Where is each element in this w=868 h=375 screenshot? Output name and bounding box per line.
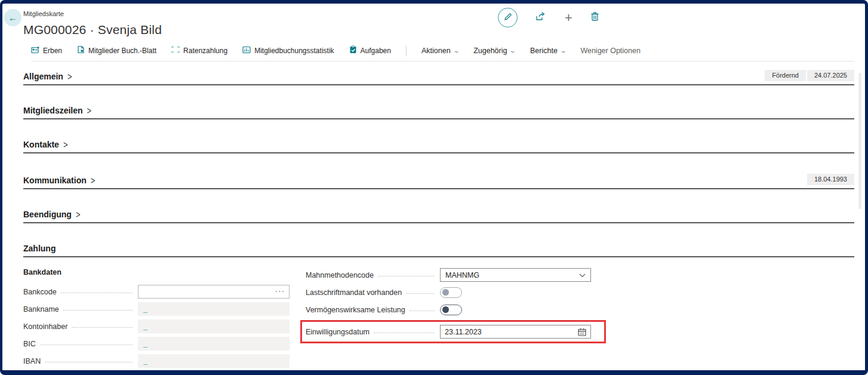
section-summary-badges: Fördernd 24.07.2025 [765, 70, 854, 81]
field-label: Kontoinhaber [23, 322, 67, 331]
delete-button[interactable] [590, 11, 599, 24]
chevron-down-icon: ⌄ [560, 48, 567, 54]
field-label: Bankname [23, 305, 59, 313]
back-button[interactable]: ← [4, 9, 21, 26]
iban-readonly-field: _ [138, 354, 290, 368]
bankcode-input-wrap: ··· [138, 285, 290, 299]
dotted-leader [406, 293, 435, 294]
field-label: Mahnmethodencode [306, 271, 374, 279]
page-caption: Mitgliedskarte [23, 10, 865, 17]
section-summary-badges: 18.04.1993 [807, 174, 854, 185]
toolbar-item-mitglieder-buch-blatt[interactable]: Mitglieder Buch.-Blatt [77, 45, 156, 56]
chevron-right-icon: > [87, 105, 92, 116]
dotted-leader [374, 333, 435, 333]
clipboard-check-icon [349, 45, 357, 56]
section-beendigung[interactable]: Beendigung > [23, 210, 854, 223]
field-row-mahnmethodencode: Mahnmethodencode MAHNMG [306, 268, 591, 282]
section-kommunikation[interactable]: Kommunikation > 18.04.1993 [23, 174, 854, 189]
toolbar-item-mitgliedbuchungsstatistik[interactable]: Mitgliedbuchungsstatistik [242, 46, 334, 56]
field-row-vwl: Vermögenswirksame Leistung [306, 303, 591, 316]
section-mitgliedszeilen[interactable]: Mitgliedszeilen > [23, 106, 854, 119]
toggle-knob [442, 306, 449, 313]
dotted-leader [410, 311, 435, 311]
menu-label: Zugehörig [473, 47, 507, 55]
toolbar-item-label: Aufgaben [361, 47, 391, 55]
dotted-leader [72, 327, 133, 328]
selected-value: MAHNMG [445, 271, 479, 279]
toolbar-divider [406, 46, 407, 56]
dotted-leader [63, 310, 133, 311]
lastschriftmandat-toggle[interactable] [440, 287, 462, 298]
add-button[interactable]: + [565, 11, 572, 24]
mahnmethodencode-select[interactable]: MAHNMG [440, 268, 591, 282]
chart-icon [242, 46, 251, 56]
menu-berichte[interactable]: Berichte ⌄ [530, 47, 565, 55]
chevron-down-icon: ⌄ [510, 48, 516, 54]
trash-icon [590, 11, 599, 24]
toolbar-item-label: Ratenzahlung [183, 47, 227, 55]
date-badge: 24.07.2025 [807, 70, 854, 81]
bankname-readonly-field: _ [138, 302, 290, 316]
menu-zugehoerig[interactable]: Zugehörig ⌄ [473, 47, 515, 55]
menu-label: Berichte [530, 47, 558, 55]
share-button[interactable] [535, 11, 547, 24]
field-label: IBAN [23, 357, 41, 365]
section-label: Zahlung [23, 244, 56, 253]
field-row-bankname: Bankname _ [23, 302, 290, 316]
field-row-iban: IBAN _ [23, 354, 290, 368]
vertical-scrollbar[interactable] [858, 73, 861, 209]
field-row-bankcode: Bankcode ··· [23, 285, 290, 299]
bankcode-input[interactable] [142, 288, 276, 296]
edit-button[interactable] [498, 8, 518, 27]
toggle-slot [440, 305, 591, 315]
field-label: Einwilligungsdatum [306, 328, 370, 336]
section-label: Kontakte [23, 140, 59, 149]
document-icon [77, 45, 85, 56]
page-title: MG000026 · Svenja Bild [23, 23, 865, 37]
field-row-einwilligungsdatum: Einwilligungsdatum [306, 325, 591, 339]
toolbar-item-label: Mitgliedbuchungsstatistik [254, 47, 334, 55]
dotted-leader [40, 345, 133, 345]
section-allgemein[interactable]: Allgemein > Fördernd 24.07.2025 [23, 70, 854, 85]
back-arrow-icon: ← [8, 13, 17, 23]
fewer-options-button[interactable]: Weniger Optionen [580, 47, 641, 55]
bic-readonly-field: _ [138, 337, 290, 351]
lookup-ellipsis-button[interactable]: ··· [275, 288, 285, 295]
member-card-window: ← + [0, 0, 868, 375]
chevron-right-icon: > [76, 209, 81, 220]
date-badge: 18.04.1993 [807, 174, 854, 185]
dotted-leader [45, 362, 133, 362]
einwilligungsdatum-field [440, 325, 591, 339]
field-label: Bankcode [23, 288, 57, 296]
toggle-slot [440, 287, 591, 298]
status-badge: Fördernd [765, 70, 806, 81]
page-action-icons: + [498, 8, 599, 27]
menu-aktionen[interactable]: Aktionen ⌄ [421, 47, 458, 55]
mahn-column: Mahnmethodencode MAHNMG Lastschriftmanda… [306, 268, 591, 343]
card-body: Allgemein > Fördernd 24.07.2025 Mitglied… [2, 70, 865, 371]
toolbar-item-aufgaben[interactable]: Aufgaben [349, 45, 391, 56]
bankdaten-column: Bankdaten Bankcode ··· Bankname _ Kontoi… [23, 268, 290, 371]
toolbar-item-erben[interactable]: Erben [31, 46, 62, 56]
chevron-down-icon: ⌄ [453, 48, 460, 54]
field-label: Lastschriftmandat vorhanden [306, 288, 402, 297]
section-label: Mitgliedszeilen [23, 106, 83, 115]
toggle-knob [442, 289, 449, 296]
pencil-icon [503, 12, 513, 24]
page-header: Mitgliedskarte MG000026 · Svenja Bild [2, 4, 865, 37]
chevron-right-icon: > [91, 175, 96, 186]
section-zahlung[interactable]: Zahlung [23, 244, 854, 257]
toolbar-item-label: Erben [43, 47, 62, 55]
plus-icon: + [565, 11, 572, 24]
vwl-toggle[interactable] [440, 305, 462, 315]
toolbar-item-ratenzahlung[interactable]: Ratenzahlung [171, 46, 227, 55]
section-kontakte[interactable]: Kontakte > [23, 140, 854, 153]
chevron-down-icon [579, 271, 586, 279]
menu-label: Aktionen [421, 47, 451, 55]
zahlung-fields: Bankdaten Bankcode ··· Bankname _ Kontoi… [23, 268, 854, 371]
calendar-icon[interactable] [578, 328, 586, 336]
field-row-bic: BIC _ [23, 337, 290, 351]
section-label: Beendigung [23, 210, 72, 219]
group-label-bankdaten: Bankdaten [23, 268, 290, 276]
einwilligungsdatum-input[interactable] [445, 328, 564, 336]
